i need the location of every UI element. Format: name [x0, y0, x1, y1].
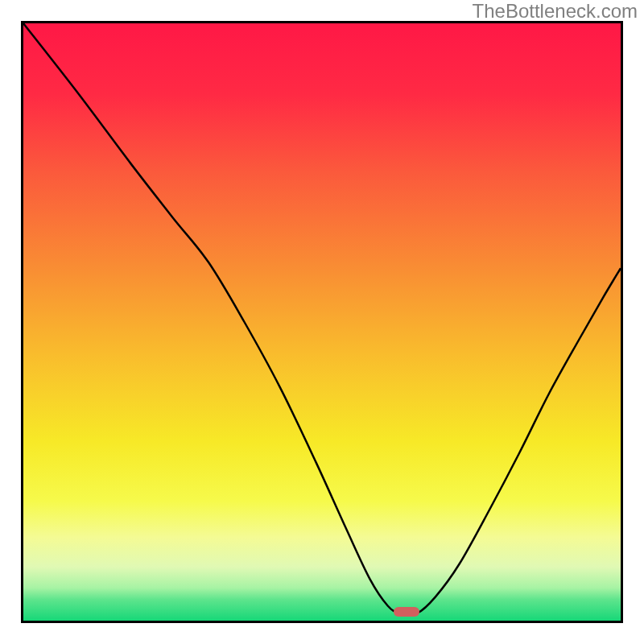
- plot-frame: [21, 21, 623, 623]
- bottleneck-curve: [23, 23, 621, 621]
- watermark-text: TheBottleneck.com: [473, 0, 638, 23]
- optimum-marker: [394, 607, 419, 617]
- chart-stage: TheBottleneck.com: [0, 0, 644, 644]
